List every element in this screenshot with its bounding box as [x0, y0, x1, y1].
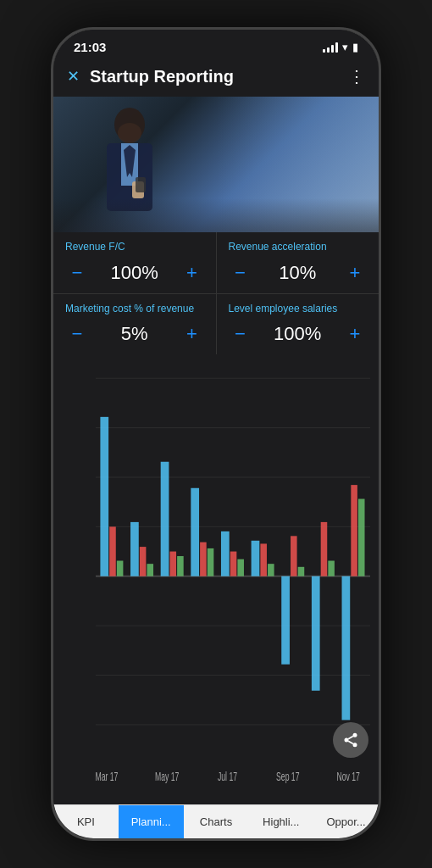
svg-rect-46: [321, 522, 328, 576]
svg-point-57: [345, 738, 349, 743]
control-label-1: Revenue acceleration: [229, 241, 368, 254]
svg-rect-38: [237, 559, 244, 576]
svg-rect-44: [298, 567, 305, 576]
share-fab[interactable]: [333, 722, 368, 758]
control-cell-3: Level employee salaries − 100% +: [217, 294, 379, 355]
ctrl-value-0: 100%: [96, 262, 174, 284]
chart-container: 400.000 300.000 200.000 100.000 0 100.00…: [53, 354, 379, 804]
control-cell-2: Marketing cost % of revenue − 5% +: [53, 294, 216, 355]
svg-rect-27: [130, 522, 139, 576]
svg-rect-26: [117, 561, 124, 576]
app-header: ✕ Startup Reporting ⋮: [53, 59, 379, 97]
status-icons: ▾ ▮: [323, 41, 358, 53]
svg-point-58: [353, 743, 357, 747]
svg-rect-43: [291, 537, 297, 576]
control-label-0: Revenue F/C: [65, 241, 204, 254]
decrement-btn-1[interactable]: −: [229, 261, 252, 285]
svg-rect-49: [351, 485, 357, 576]
ctrl-value-3: 100%: [259, 323, 337, 345]
tab-opportunities[interactable]: Oppor...: [313, 805, 379, 838]
more-button[interactable]: ⋮: [348, 66, 365, 86]
increment-btn-0[interactable]: +: [180, 261, 204, 285]
svg-line-59: [348, 741, 353, 743]
ctrl-value-1: 10%: [259, 262, 337, 284]
increment-btn-2[interactable]: +: [180, 322, 204, 346]
decrement-btn-2[interactable]: −: [65, 322, 89, 346]
svg-rect-25: [109, 527, 116, 576]
svg-rect-50: [358, 499, 365, 576]
svg-rect-45: [312, 576, 320, 691]
status-time: 21:03: [74, 40, 106, 54]
tab-planning[interactable]: Planni...: [119, 805, 184, 838]
controls-grid: Revenue F/C − 100% + Revenue acceleratio…: [53, 232, 379, 354]
control-row-1: − 10% +: [229, 261, 368, 285]
svg-rect-37: [230, 552, 237, 576]
control-cell-0: Revenue F/C − 100% +: [53, 232, 216, 293]
svg-rect-34: [200, 542, 207, 576]
svg-rect-39: [252, 541, 260, 576]
app-title: Startup Reporting: [90, 67, 338, 86]
control-label-2: Marketing cost % of revenue: [65, 303, 204, 316]
svg-text:Mar 17: Mar 17: [96, 769, 119, 783]
svg-rect-7: [136, 177, 146, 192]
decrement-btn-3[interactable]: −: [229, 322, 252, 346]
wifi-icon: ▾: [342, 41, 348, 53]
phone-frame: 21:03 ▾ ▮ ✕ Startup Reporting ⋮: [51, 27, 381, 841]
decrement-btn-0[interactable]: −: [65, 261, 89, 285]
svg-text:Sep 17: Sep 17: [276, 769, 300, 783]
control-row-3: − 100% +: [229, 322, 368, 346]
chart-svg: 400.000 300.000 200.000 100.000 0 100.00…: [96, 363, 370, 796]
svg-rect-33: [191, 488, 199, 576]
svg-text:Nov 17: Nov 17: [336, 769, 360, 783]
bottom-tabs: KPI Planni... Charts Highli... Oppor...: [53, 804, 379, 838]
control-cell-1: Revenue acceleration − 10% +: [217, 232, 379, 293]
svg-point-2: [118, 123, 141, 143]
tab-kpi[interactable]: KPI: [53, 805, 119, 838]
svg-rect-35: [208, 548, 214, 576]
svg-rect-30: [161, 462, 169, 576]
share-icon: [342, 732, 359, 748]
svg-rect-36: [221, 531, 230, 576]
battery-icon: ▮: [352, 41, 358, 53]
status-bar: 21:03 ▾ ▮: [53, 30, 379, 59]
svg-rect-42: [281, 576, 290, 665]
ctrl-value-2: 5%: [96, 323, 174, 345]
phone-inner: 21:03 ▾ ▮ ✕ Startup Reporting ⋮: [53, 30, 379, 838]
signal-icon: [323, 42, 338, 53]
svg-rect-48: [342, 576, 351, 721]
close-button[interactable]: ✕: [67, 67, 80, 86]
increment-btn-3[interactable]: +: [343, 322, 367, 346]
svg-point-56: [353, 733, 357, 737]
control-label-3: Level employee salaries: [229, 303, 368, 316]
increment-btn-1[interactable]: +: [343, 261, 367, 285]
svg-line-60: [348, 736, 353, 738]
control-row-2: − 5% +: [65, 322, 204, 346]
svg-text:Jul 17: Jul 17: [218, 769, 237, 783]
svg-rect-32: [177, 556, 184, 576]
hero-image: [53, 97, 379, 232]
tab-highlights[interactable]: Highli...: [248, 805, 313, 838]
control-row-0: − 100% +: [65, 261, 204, 285]
tab-charts[interactable]: Charts: [184, 805, 249, 838]
svg-rect-24: [100, 417, 108, 576]
svg-rect-40: [260, 544, 267, 576]
svg-rect-31: [169, 552, 176, 576]
svg-rect-29: [147, 564, 153, 576]
svg-rect-41: [268, 564, 274, 576]
svg-text:May 17: May 17: [155, 769, 180, 783]
svg-rect-47: [328, 561, 335, 576]
svg-rect-28: [140, 547, 147, 576]
